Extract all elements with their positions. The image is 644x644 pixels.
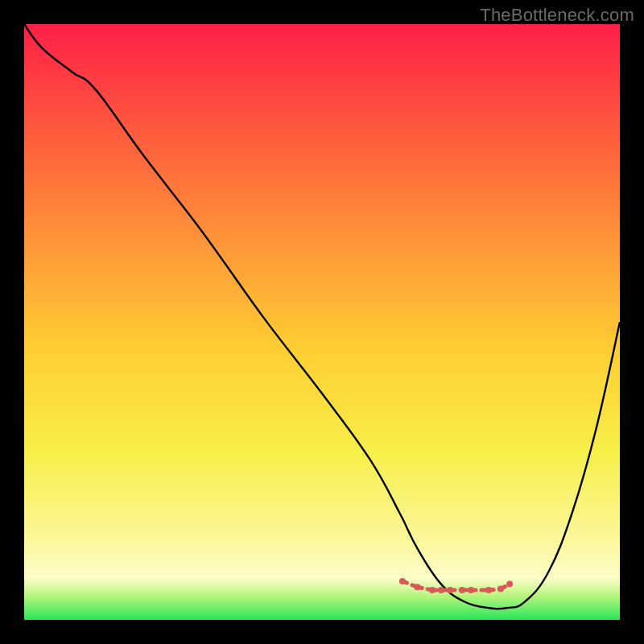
marker-dot [438, 587, 444, 593]
marker-dot [414, 584, 420, 590]
marker-dot [459, 587, 465, 593]
marker-dot [468, 587, 474, 593]
marker-dot [485, 587, 492, 593]
chart-svg [24, 24, 620, 620]
plot-area [24, 24, 620, 620]
marker-dot [447, 587, 453, 593]
marker-dot [506, 581, 513, 588]
marker-dot [497, 586, 504, 592]
marker-dot [399, 578, 406, 584]
chart-container: TheBottleneck.com [0, 0, 644, 644]
marker-dot [429, 587, 436, 593]
watermark-text: TheBottleneck.com [480, 5, 634, 26]
